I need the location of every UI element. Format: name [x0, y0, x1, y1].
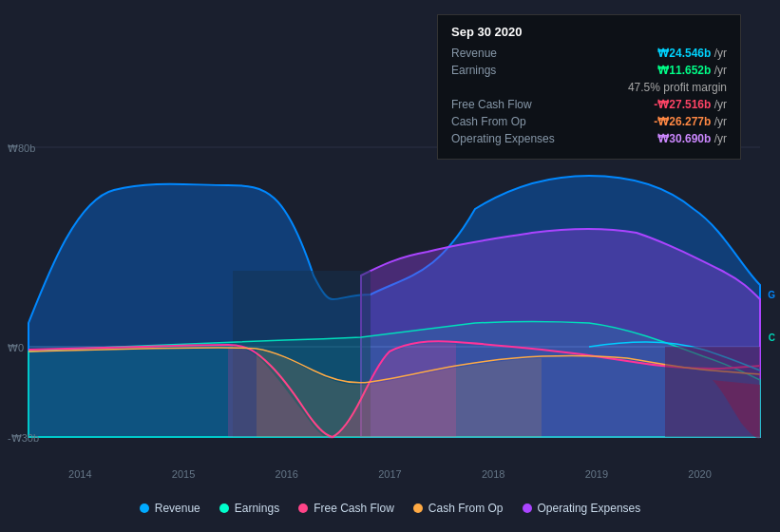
right-label-earnings: C: [769, 332, 775, 343]
legend-item-cashfromop[interactable]: Cash From Op: [413, 502, 504, 515]
legend-label-opex: Operating Expenses: [538, 502, 641, 515]
tooltip-row-fcf: Free Cash Flow -₩27.516b /yr: [451, 98, 727, 111]
legend-dot-earnings: [219, 504, 229, 513]
legend-label-fcf: Free Cash Flow: [314, 502, 394, 515]
tooltip-label-opex: Operating Expenses: [451, 132, 555, 145]
x-label-2018: 2018: [482, 468, 504, 480]
legend-item-opex[interactable]: Operating Expenses: [523, 502, 641, 515]
tooltip-box: Sep 30 2020 Revenue ₩24.546b /yr Earning…: [437, 14, 741, 160]
tooltip-row-opex: Operating Expenses ₩30.690b /yr: [451, 132, 727, 145]
tooltip-label-revenue: Revenue: [451, 47, 497, 60]
tooltip-value-earnings: ₩11.652b /yr: [657, 64, 727, 77]
tooltip-value-revenue: ₩24.546b /yr: [657, 47, 727, 60]
tooltip-value-cashfromop: -₩26.277b /yr: [654, 115, 727, 128]
x-label-2016: 2016: [276, 468, 298, 480]
x-axis-labels: 2014 2015 2016 2017 2018 2019 2020: [0, 468, 780, 480]
y-label-0: ₩0: [8, 342, 24, 354]
legend-item-fcf[interactable]: Free Cash Flow: [298, 502, 394, 515]
legend-label-earnings: Earnings: [235, 502, 279, 515]
tooltip-profit-margin: 47.5% profit margin: [628, 81, 727, 94]
y-label-neg30b: -₩30b: [8, 432, 39, 445]
tooltip-label-cashfromop: Cash From Op: [451, 115, 526, 128]
legend-dot-cashfromop: [413, 504, 423, 513]
y-label-80b: ₩80b: [8, 142, 35, 155]
x-label-2019: 2019: [585, 468, 608, 480]
x-label-2014: 2014: [68, 468, 91, 480]
x-label-2017: 2017: [378, 468, 401, 480]
chart-legend: Revenue Earnings Free Cash Flow Cash Fro…: [0, 502, 780, 515]
tooltip-row-earnings: Earnings ₩11.652b /yr: [451, 64, 727, 77]
legend-dot-fcf: [298, 504, 308, 513]
tooltip-value-opex: ₩30.690b /yr: [657, 132, 727, 145]
tooltip-row-cashfromop: Cash From Op -₩26.277b /yr: [451, 115, 727, 128]
x-label-2015: 2015: [172, 468, 195, 480]
x-label-2020: 2020: [688, 468, 711, 480]
tooltip-label-earnings: Earnings: [451, 64, 496, 77]
tooltip-row-profit: 47.5% profit margin: [451, 81, 727, 94]
tooltip-label-fcf: Free Cash Flow: [451, 98, 532, 111]
legend-label-cashfromop: Cash From Op: [428, 502, 504, 515]
tooltip-row-revenue: Revenue ₩24.546b /yr: [451, 47, 727, 60]
right-label-revenue: G: [768, 290, 775, 300]
legend-dot-revenue: [140, 504, 149, 513]
tooltip-date: Sep 30 2020: [451, 25, 727, 39]
legend-item-earnings[interactable]: Earnings: [219, 502, 279, 515]
tooltip-value-fcf: -₩27.516b /yr: [654, 98, 727, 111]
legend-item-revenue[interactable]: Revenue: [140, 502, 200, 515]
legend-label-revenue: Revenue: [155, 502, 200, 515]
legend-dot-opex: [523, 504, 532, 513]
